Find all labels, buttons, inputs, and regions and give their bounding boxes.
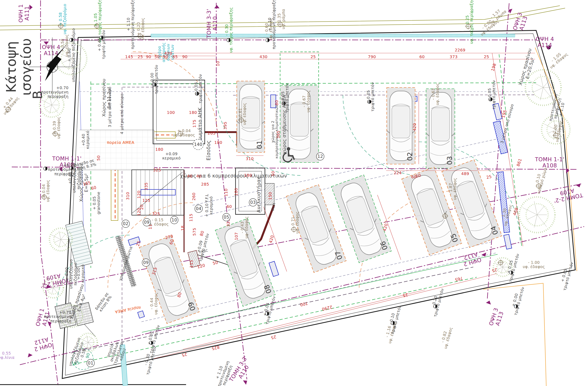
layer-parking-spots: 010203040506070809 [139, 81, 502, 324]
annotation: + 0.05τριφτό μπετόν [145, 323, 161, 354]
keynote-12: 12 [316, 153, 324, 160]
section-arrow [26, 352, 32, 357]
annotation: ± 0.00τριφτό μπετόν [509, 285, 525, 316]
view-marker-opsi2-left: ΟΨΗ 2Α112 [32, 336, 53, 353]
column [504, 234, 512, 249]
tree-branch [537, 206, 545, 215]
annotation: - 0.25υφ. τοίχος περίφραξης [465, 0, 474, 44]
annotation: + 0.05τριφτό μπετόν [487, 80, 496, 109]
level-marker [43, 167, 47, 170]
dimension-label: 310 [125, 192, 130, 200]
tree-branch [61, 234, 65, 240]
annotation: + 0.04υφ. έδαφος [173, 128, 195, 137]
dimension-label: 765 [454, 276, 463, 282]
dimension-label: 335 [144, 182, 148, 190]
tree-branch [534, 87, 543, 92]
annotation: δάπεδο σεκλίση 8% [94, 291, 113, 313]
tree-branch [503, 263, 506, 267]
keynote-number: 09 [143, 260, 149, 265]
annotation: - 0.20τριφτό μπετόν [428, 287, 444, 318]
parking-spot-number: 01 [255, 140, 264, 149]
annotation: πορεία ΑΜΕΑ [115, 305, 141, 314]
annotation: + 1.10προτεινόμενη περίφραξη [126, 0, 135, 49]
dimension-label: 25 [311, 54, 316, 59]
dimension-label: 125 [142, 198, 150, 203]
tree-branch [55, 240, 61, 242]
dimension-label: 40 [187, 174, 192, 179]
keynote-09: 09 [143, 218, 151, 226]
section-arrow [486, 300, 492, 305]
tree [519, 197, 555, 233]
dimension-label: 10 [215, 61, 220, 66]
dimension-label: 395 [223, 122, 228, 129]
dimension-label: 310 [246, 156, 253, 161]
car [387, 91, 415, 161]
tree-branch [540, 87, 543, 100]
dimension-label: 825 [211, 345, 220, 351]
amea-path-label: πορεία ΑΜΕΑ [107, 140, 134, 145]
annotation: + 1.05υφ. τοίχος περίφραξης [93, 0, 102, 42]
dimension-label: 25 [486, 174, 492, 180]
dimension-label: 100 [167, 110, 175, 115]
dimension-label: 420 [382, 223, 389, 232]
dimension-label: 373 [450, 54, 458, 59]
tree-branch [498, 267, 503, 269]
annotation: 0.55υφ.λίνια [0, 351, 15, 360]
dimension-label: 60 [227, 204, 232, 209]
tree-branch [537, 215, 547, 227]
annotation: + 0.05τριφτό μπετόν [558, 261, 574, 291]
dimension-label: 180 [155, 147, 163, 152]
dimension-label: 150 [268, 192, 273, 200]
parking-spot-number: 03 [445, 156, 454, 165]
dimension-label: 50 [96, 155, 101, 161]
tree-branch [88, 338, 92, 343]
dimension-label: 50 [271, 171, 275, 176]
keynote-number: 140 [194, 142, 202, 147]
annotation: + 0.05τριφτό μπετόν [366, 82, 375, 111]
dimension-label: 107 [234, 232, 239, 240]
dimension-label: 90 [146, 54, 151, 59]
dimension-label: 325 [152, 211, 160, 216]
dimension-label: 420 [412, 123, 417, 131]
tree-branch [81, 339, 88, 343]
car [426, 92, 454, 164]
keynote-09: 09 [142, 259, 150, 266]
amea-spot-label: χώρος στάθμευσης ΑΜΕΑ [282, 95, 287, 154]
dimension-label: 18 [180, 225, 185, 231]
keynote-number: 04 [196, 206, 201, 211]
annotation: 3 μέτρα από σύνορο [107, 87, 112, 127]
section-marker-1-1-right: ΤΟΜΗ 1-1'Α108 [535, 156, 564, 169]
tree-branch [51, 235, 61, 240]
dimension-label: 60 [91, 185, 97, 191]
dimension-label: 90 [182, 54, 188, 59]
dimension-label: 120 [136, 190, 141, 198]
annotation: + 1.10προτεινόμενη περίφραξη [267, 0, 276, 49]
column [138, 311, 145, 318]
dimension-label: 50 [154, 54, 160, 59]
keynote-number: 09 [144, 220, 149, 225]
annotation: + 0.05τριφτό μπετόν [194, 74, 203, 103]
section-marker-3-3-bottom: ΤΟΜΗ 3-3'Α110 [228, 354, 254, 386]
parking-spot-09: 09 [139, 236, 199, 324]
parking-spot-02: 02 [387, 87, 415, 164]
dimension-label: 60 [419, 54, 425, 59]
floor-plan-sheet: 010203040506070809 ΚάτοψηισογείουΒΟΨΗ 1Α… [0, 0, 588, 386]
dimension-label: 80 [274, 100, 279, 105]
dimension-label: 175 [192, 120, 197, 127]
annotation: + 0.44υφ. έδαφος [0, 93, 20, 116]
dimension-label: 40 [196, 174, 201, 179]
dimension-label: 2269 [455, 48, 465, 53]
dimension-label: 25 [491, 267, 498, 273]
annotation: +0.09κεραμικό [162, 152, 181, 160]
keynote-number: 05 [224, 215, 229, 220]
dimension-label: 145 [125, 54, 133, 59]
keynote-number: 12 [317, 154, 323, 159]
section-arrow [507, 7, 512, 13]
dimension-label: 80 [199, 230, 205, 237]
view-marker-opsi2-right: ΟΨΗ 2Α112 [461, 251, 482, 268]
dimension-label: 575 [192, 228, 197, 236]
annotation: + 1.10προτεινόμενηπερίφραξη [212, 359, 234, 386]
dimension-label: 700 [300, 301, 309, 307]
keynote-02: 02 [122, 220, 129, 227]
annotation: - 0.10καθαρό χώμα [532, 166, 547, 194]
